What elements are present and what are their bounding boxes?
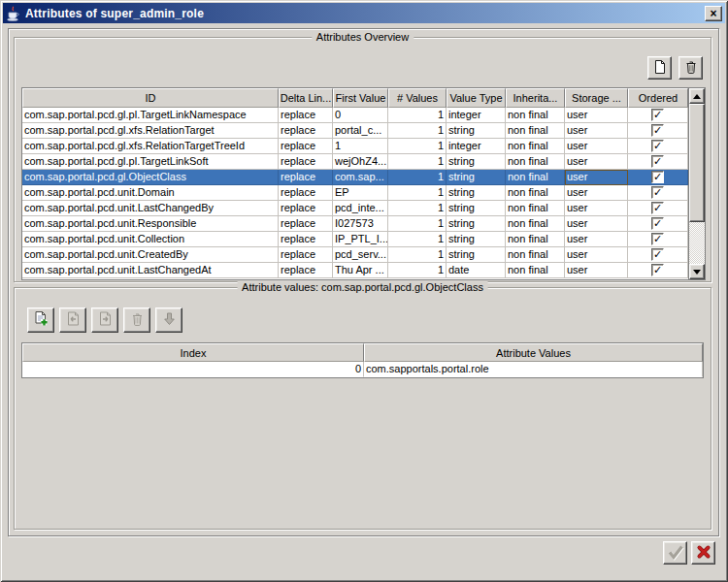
edit-value-forward-button[interactable]	[91, 307, 118, 333]
cell-ordered: ✓	[628, 123, 688, 139]
column-header-num-values[interactable]: # Values	[388, 88, 447, 108]
attribute-row[interactable]: com.sap.portal.pcd.unit.Collection repla…	[22, 232, 688, 247]
cell-inheritance: non final	[506, 263, 565, 278]
attribute-row[interactable]: com.sap.portal.pcd.gl.pl.TargetLinkNames…	[22, 108, 688, 123]
cell-storage: user	[565, 201, 628, 216]
delete-attribute-button[interactable]	[678, 56, 703, 80]
column-header-delta-link[interactable]: Delta Lin...	[279, 88, 333, 108]
cell-delta-link: replace	[279, 232, 333, 247]
window-title: Attributes of super_admin_role	[25, 7, 705, 20]
value-row[interactable]: 0 com.sapportals.portal.role	[22, 362, 703, 377]
cell-storage: user	[565, 123, 628, 139]
cell-delta-link: replace	[279, 154, 333, 170]
cell-value-type: integer	[447, 139, 506, 154]
cell-value-type: date	[447, 263, 506, 278]
scrollbar-track[interactable]	[689, 104, 705, 264]
attributes-table-body: com.sap.portal.pcd.gl.pl.TargetLinkNames…	[22, 108, 688, 278]
ordered-checkbox[interactable]: ✓	[651, 217, 664, 230]
ordered-checkbox[interactable]: ✓	[651, 109, 664, 121]
cell-id: com.sap.portal.pcd.gl.xfs.RelationTarget…	[22, 139, 279, 154]
scroll-up-button[interactable]	[689, 88, 705, 104]
cell-first-value: IP_PTL_I...	[333, 232, 388, 247]
ordered-checkbox[interactable]: ✓	[651, 264, 664, 276]
cell-ordered: ✓	[628, 232, 688, 247]
close-button[interactable]: ×	[705, 6, 722, 21]
scrollbar-thumb[interactable]	[689, 104, 705, 222]
check-icon: ✓	[653, 218, 662, 228]
cell-id: com.sap.portal.pcd.unit.Collection	[22, 232, 279, 247]
delete-value-button[interactable]	[123, 307, 150, 333]
title-bar[interactable]: Attributes of super_admin_role ×	[3, 3, 725, 23]
cell-num-values: 1	[388, 123, 447, 139]
scroll-down-button[interactable]	[689, 264, 705, 279]
attribute-row[interactable]: com.sap.portal.pcd.unit.Responsible repl…	[22, 216, 688, 232]
cell-delta-link: replace	[279, 170, 333, 185]
cell-delta-link: replace	[279, 123, 333, 139]
column-header-index[interactable]: Index	[22, 343, 364, 362]
column-header-attribute-values[interactable]: Attribute Values	[364, 343, 703, 362]
attribute-row[interactable]: com.sap.portal.pcd.gl.xfs.RelationTarget…	[22, 139, 688, 154]
ordered-checkbox[interactable]: ✓	[651, 124, 664, 137]
check-icon: ✓	[653, 125, 662, 135]
cell-value-type: string	[447, 123, 506, 139]
cell-first-value: pcd_serv...	[333, 247, 388, 263]
cell-id: com.sap.portal.pcd.gl.ObjectClass	[22, 170, 279, 185]
cell-first-value: com.sap...	[333, 170, 388, 185]
cell-storage: user	[565, 154, 628, 170]
ordered-checkbox[interactable]: ✓	[651, 248, 664, 261]
cell-inheritance: non final	[506, 201, 565, 216]
cell-ordered: ✓	[628, 154, 688, 170]
cell-storage: user	[565, 185, 628, 201]
ordered-checkbox[interactable]: ✓	[651, 155, 664, 168]
cell-num-values: 1	[388, 170, 447, 185]
cell-num-values: 1	[388, 201, 447, 216]
cell-ordered: ✓	[628, 139, 688, 154]
ordered-checkbox[interactable]: ✓	[651, 233, 664, 245]
column-header-inheritance[interactable]: Inherita...	[506, 88, 565, 108]
check-icon: ✓	[653, 141, 662, 150]
move-value-down-button[interactable]	[155, 307, 182, 333]
ok-button[interactable]	[663, 541, 687, 565]
vertical-scrollbar[interactable]	[688, 88, 705, 279]
dialog-window: Attributes of super_admin_role × Attribu…	[0, 0, 728, 582]
new-attribute-button[interactable]	[647, 56, 672, 80]
ordered-checkbox[interactable]: ✓	[651, 140, 664, 152]
column-header-storage[interactable]: Storage ...	[565, 88, 628, 108]
cell-delta-link: replace	[279, 139, 333, 154]
attribute-row[interactable]: com.sap.portal.pcd.unit.Domain replace E…	[22, 185, 688, 201]
attribute-row[interactable]: com.sap.portal.pcd.gl.pl.TargetLinkSoft …	[22, 154, 688, 170]
ordered-checkbox[interactable]: ✓	[651, 171, 664, 183]
page-plus-icon	[33, 310, 50, 330]
attribute-row[interactable]: com.sap.portal.pcd.unit.LastChangedBy re…	[22, 201, 688, 216]
column-header-value-type[interactable]: Value Type	[447, 88, 506, 108]
new-page-icon	[652, 59, 668, 78]
page-arrow-left-icon	[65, 310, 82, 330]
cell-ordered: ✓	[628, 247, 688, 263]
cell-storage: user	[565, 170, 628, 185]
cell-num-values: 1	[388, 139, 447, 154]
column-header-first-value[interactable]: First Value	[333, 88, 388, 108]
cell-first-value: pcd_inte...	[333, 201, 388, 216]
cell-id: com.sap.portal.pcd.gl.pl.TargetLinkNames…	[22, 108, 279, 123]
edit-value-back-button[interactable]	[59, 307, 86, 333]
cell-num-values: 1	[388, 247, 447, 263]
column-header-id[interactable]: ID	[22, 88, 279, 108]
ordered-checkbox[interactable]: ✓	[651, 186, 664, 199]
arrow-down-icon	[161, 310, 178, 330]
cell-num-values: 1	[388, 216, 447, 232]
attribute-values-title: Attribute values: com.sap.portal.pcd.gl.…	[237, 281, 488, 293]
cell-id: com.sap.portal.pcd.unit.LastChangedBy	[22, 201, 279, 216]
cancel-button[interactable]	[691, 541, 715, 565]
cell-ordered: ✓	[628, 170, 688, 185]
attribute-row-selected[interactable]: com.sap.portal.pcd.gl.ObjectClass replac…	[22, 170, 688, 185]
attribute-row[interactable]: com.sap.portal.pcd.unit.CreatedBy replac…	[22, 247, 688, 263]
java-coffee-cup-icon	[6, 6, 21, 21]
column-header-ordered[interactable]: Ordered	[628, 88, 688, 108]
ordered-checkbox[interactable]: ✓	[651, 202, 664, 214]
cell-value-type: string	[447, 185, 506, 201]
add-value-button[interactable]	[27, 307, 54, 333]
cell-inheritance: non final	[506, 185, 565, 201]
cell-ordered: ✓	[628, 216, 688, 232]
attribute-row[interactable]: com.sap.portal.pcd.gl.xfs.RelationTarget…	[22, 123, 688, 139]
attribute-row[interactable]: com.sap.portal.pcd.unit.LastChangedAt re…	[22, 263, 688, 278]
